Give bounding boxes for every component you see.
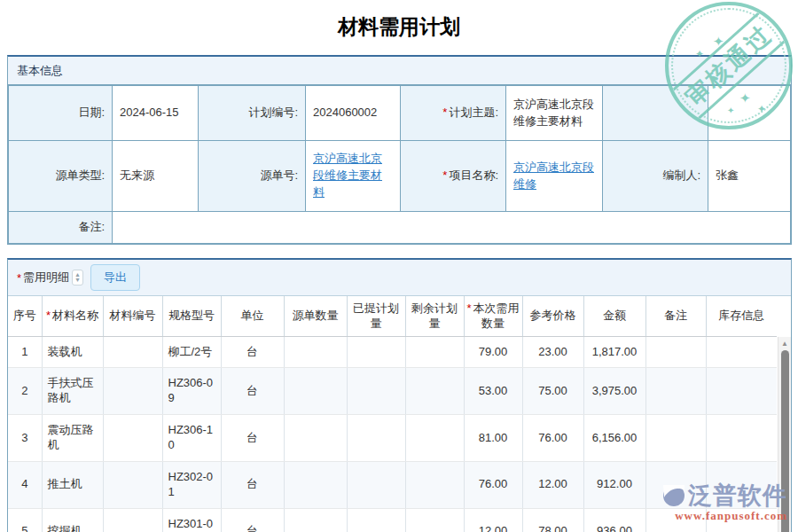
table-row: 4推土机HZ302-01台76.0012.00912.00 [8, 461, 777, 508]
table-cell [645, 336, 706, 368]
table-cell [645, 461, 706, 508]
table-cell [284, 336, 347, 368]
details-table-wrap: 序号*材料名称材料编号规格型号单位源单数量已提计划量剩余计划量*本次需用数量参考… [8, 296, 791, 532]
table-cell [347, 461, 405, 508]
table-cell: 1,817.00 [583, 336, 645, 368]
table-cell: HZ302-01 [162, 461, 221, 508]
column-header: 序号 [8, 296, 42, 336]
table-row: 2手扶式压路机HZ306-09台53.0075.003,975.00 [8, 368, 777, 415]
column-header: 单位 [221, 296, 284, 336]
empty-value [708, 86, 791, 141]
required-marker: * [442, 168, 447, 182]
column-header: 源单数量 [284, 296, 347, 336]
table-cell [405, 336, 464, 368]
project-value: 京沪高速北京段维修 [506, 141, 603, 212]
export-button[interactable]: 导出 [90, 264, 140, 291]
source-no-label: 源单号: [199, 141, 306, 212]
project-label: *项目名称: [401, 141, 506, 212]
plan-no-label: 计划编号: [199, 86, 306, 141]
column-header: 金额 [583, 296, 645, 336]
table-cell: 53.00 [464, 368, 522, 415]
table-cell [645, 368, 706, 415]
table-cell: 3 [8, 415, 42, 462]
table-cell: 79.00 [464, 336, 522, 368]
basic-info-row-1: 日期: 2024-06-15 计划编号: 2024060002 *计划主题: 京… [9, 86, 791, 141]
vertical-scrollbar[interactable]: ▲ [778, 337, 791, 532]
table-cell: 挖掘机 [42, 508, 103, 532]
scroll-up-icon[interactable]: ▲ [781, 337, 788, 350]
table-cell [405, 508, 464, 532]
source-no-value: 京沪高速北京段维修主要材料 [306, 141, 401, 212]
remark-value [113, 212, 791, 244]
basic-info-section: 基本信息 日期: 2024-06-15 计划编号: 2024060002 *计划… [7, 55, 792, 245]
column-header: *本次需用数量 [464, 296, 522, 336]
table-cell: 台 [221, 368, 284, 415]
project-link[interactable]: 京沪高速北京段维修 [513, 160, 594, 191]
empty-label [603, 86, 708, 141]
scrollbar-thumb[interactable] [781, 350, 789, 532]
table-cell: 震动压路机 [42, 415, 103, 462]
table-cell [103, 368, 162, 415]
table-cell: 23.00 [522, 336, 583, 368]
required-marker: * [442, 106, 447, 119]
table-cell [706, 415, 777, 462]
subject-value: 京沪高速北京段维修主要材料 [506, 86, 603, 141]
table-cell [103, 461, 162, 508]
table-cell: 1 [8, 336, 42, 368]
column-header: 已提计划量 [347, 296, 405, 336]
table-cell: 81.00 [464, 415, 522, 462]
details-title: 需用明细 [23, 270, 69, 286]
spinner-down-icon: ▼ [74, 278, 81, 283]
column-header: 库存信息 [706, 296, 777, 336]
column-header: 剩余计划量 [405, 296, 464, 336]
table-cell: 3,975.00 [583, 368, 645, 415]
table-cell: 2 [8, 368, 42, 415]
source-no-link[interactable]: 京沪高速北京段维修主要材料 [313, 152, 382, 199]
table-cell: 75.00 [522, 368, 583, 415]
table-cell [103, 508, 162, 532]
table-cell: 装载机 [42, 336, 103, 368]
table-cell: HZ306-09 [162, 368, 221, 415]
page: 材料需用计划 基本信息 日期: 2024-06-15 计划编号: 2024060… [0, 0, 798, 532]
table-cell [347, 508, 405, 532]
table-cell [706, 508, 777, 532]
details-section: * 需用明细 ▲ ▼ 导出 序号*材料名称材料编号规格型号单位源单数量已提计划量… [7, 258, 792, 532]
date-label: 日期: [9, 86, 113, 141]
table-cell: 台 [221, 461, 284, 508]
table-cell: 12.00 [522, 461, 583, 508]
plan-no-value: 2024060002 [306, 86, 401, 141]
table-cell: 78.00 [522, 508, 583, 532]
source-type-value: 无来源 [113, 141, 199, 212]
table-cell: 推土机 [42, 461, 103, 508]
table-cell [284, 508, 347, 532]
column-header: 规格型号 [162, 296, 221, 336]
table-cell [706, 368, 777, 415]
required-marker: * [17, 271, 21, 285]
table-cell: 6,156.00 [583, 415, 645, 462]
table-cell [347, 415, 405, 462]
table-cell [347, 368, 405, 415]
table-cell: 手扶式压路机 [42, 368, 103, 415]
table-cell: 76.00 [522, 415, 583, 462]
table-row: 1装载机柳工/2号台79.0023.001,817.00 [8, 336, 777, 368]
table-cell: 台 [221, 415, 284, 462]
column-header: 材料编号 [103, 296, 162, 336]
table-cell [645, 508, 706, 532]
sort-spinner[interactable]: ▲ ▼ [72, 270, 83, 286]
table-cell [284, 415, 347, 462]
page-title: 材料需用计划 [0, 0, 798, 55]
table-cell: 912.00 [583, 461, 645, 508]
table-cell [706, 336, 777, 368]
details-header-row: 序号*材料名称材料编号规格型号单位源单数量已提计划量剩余计划量*本次需用数量参考… [8, 296, 777, 336]
subject-label: *计划主题: [401, 86, 506, 141]
remark-label: 备注: [9, 212, 113, 244]
table-cell [405, 461, 464, 508]
table-cell: 柳工/2号 [162, 336, 221, 368]
table-cell [405, 368, 464, 415]
source-type-label: 源单类型: [9, 141, 113, 212]
column-header: 参考价格 [522, 296, 583, 336]
details-toolbar: * 需用明细 ▲ ▼ 导出 [8, 260, 791, 296]
table-cell [284, 461, 347, 508]
compiler-value: 张鑫 [708, 141, 791, 212]
column-header: *材料名称 [42, 296, 103, 336]
